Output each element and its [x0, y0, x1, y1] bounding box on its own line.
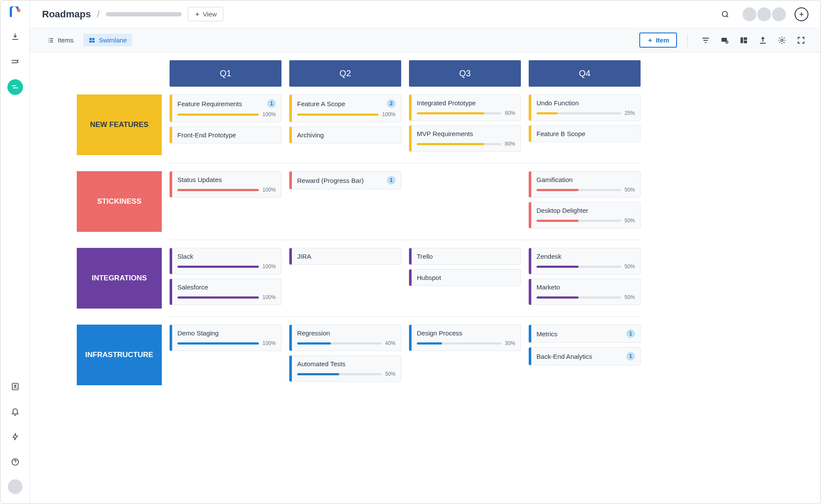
roadmap-card[interactable]: Reward (Progress Bar)1 — [289, 171, 401, 189]
link-settings-icon[interactable] — [717, 33, 732, 48]
fullscreen-icon[interactable] — [794, 33, 808, 48]
roadmap-card[interactable]: Feature A Scope2100% — [289, 94, 401, 122]
help-icon[interactable] — [7, 454, 23, 470]
tab-items[interactable]: Items — [42, 34, 79, 46]
automations-icon[interactable] — [7, 429, 23, 445]
svg-rect-6 — [92, 38, 94, 40]
card-title: Undo Function — [536, 99, 579, 107]
card-badge: 1 — [626, 352, 635, 361]
swimlane-cell: JIRA — [289, 248, 401, 265]
card-title: MVP Requirements — [417, 130, 473, 137]
card-title: Back-End Analytics — [536, 353, 592, 360]
progress-bar — [536, 220, 621, 222]
roadmap-card[interactable]: Back-End Analytics1 — [529, 347, 641, 365]
add-member-button[interactable] — [795, 7, 808, 21]
progress-percent: 40% — [385, 340, 396, 346]
svg-rect-5 — [89, 38, 92, 40]
card-title: Zendesk — [536, 253, 562, 260]
roadmap-card[interactable]: Regression40% — [289, 325, 401, 351]
swimlane-board: Q1Q2Q3Q4NEW FEATURESFeature Requirements… — [30, 52, 821, 504]
roadmap-card[interactable]: Integrated Prototype80% — [409, 94, 521, 121]
progress-bar — [177, 189, 259, 191]
progress-bar — [177, 296, 259, 299]
card-title: Feature B Scope — [536, 130, 585, 137]
import-icon[interactable] — [7, 29, 23, 45]
roadmap-name-placeholder[interactable] — [106, 12, 182, 16]
progress-bar — [536, 189, 621, 191]
card-title: Feature A Scope — [297, 100, 345, 107]
progress-bar — [177, 342, 259, 345]
roadmap-card[interactable]: Trello — [409, 248, 521, 265]
user-avatar[interactable] — [8, 479, 23, 494]
roadmap-card[interactable]: Desktop Delighter50% — [529, 202, 641, 228]
roadmap-card[interactable]: Feature Requirements1100% — [170, 94, 281, 122]
progress-percent: 100% — [262, 263, 276, 270]
roadmap-card[interactable]: Design Process30% — [409, 325, 521, 351]
swimlane-cell: Zendesk50%Marketo50% — [529, 248, 641, 305]
roadmap-card[interactable]: Metrics1 — [529, 325, 641, 343]
filter-icon[interactable] — [698, 33, 713, 48]
add-view-button[interactable]: View — [188, 7, 223, 21]
card-title: Status Updates — [177, 176, 222, 183]
svg-rect-13 — [744, 40, 747, 43]
roadmap-card[interactable]: Demo Staging100% — [170, 325, 281, 351]
card-title: Slack — [177, 253, 193, 260]
tab-swimlane-label: Swimlane — [99, 36, 127, 44]
progress-percent: 25% — [625, 110, 635, 116]
roadmap-card[interactable]: Salesforce100% — [170, 279, 281, 305]
contacts-icon[interactable] — [7, 379, 23, 394]
svg-rect-8 — [92, 40, 94, 42]
lane-label-newfeatures: NEW FEATURES — [77, 94, 162, 155]
roadmap-card[interactable]: Archiving — [289, 127, 401, 143]
notifications-icon[interactable] — [7, 404, 23, 419]
tab-swimlane[interactable]: Swimlane — [83, 34, 132, 46]
card-title: Marketo — [536, 283, 560, 291]
left-rail — [0, 0, 30, 504]
roadmap-card[interactable]: Hubspot — [409, 269, 521, 286]
card-title: Trello — [417, 253, 433, 260]
roadmap-card[interactable]: Marketo50% — [529, 279, 641, 305]
roadmap-card[interactable]: Gamification50% — [529, 171, 641, 198]
presence-avatar[interactable] — [742, 7, 756, 21]
roadmap-card[interactable]: Automated Tests50% — [289, 355, 401, 382]
swimlane-cell: Reward (Progress Bar)1 — [289, 171, 401, 189]
presence-avatar[interactable] — [757, 7, 771, 21]
progress-percent: 50% — [625, 294, 635, 300]
swimlane-cell: Slack100%Salesforce100% — [170, 248, 281, 305]
card-title: Automated Tests — [297, 360, 345, 367]
roadmap-card[interactable]: Status Updates100% — [170, 171, 281, 198]
settings-icon[interactable] — [775, 33, 789, 48]
progress-percent: 100% — [382, 111, 396, 117]
swimlane-cell: Demo Staging100% — [170, 325, 281, 351]
roadmap-card[interactable]: Slack100% — [170, 248, 281, 274]
roadmap-card[interactable]: Feature B Scope — [529, 125, 641, 142]
add-item-button[interactable]: Item — [639, 33, 677, 48]
roadmap-card[interactable]: Undo Function25% — [529, 94, 641, 121]
presence-avatar[interactable] — [772, 7, 786, 21]
page-title: Roadmaps — [42, 9, 91, 20]
card-title: Integrated Prototype — [417, 99, 476, 107]
card-title: Gamification — [536, 176, 572, 183]
roadmap-card[interactable]: JIRA — [289, 248, 401, 265]
breadcrumb-separator: / — [97, 9, 99, 20]
roadmap-card[interactable]: MVP Requirements80% — [409, 125, 521, 152]
progress-bar — [536, 266, 621, 268]
progress-bar — [536, 112, 621, 114]
topbar: Roadmaps / View — [30, 0, 821, 28]
progress-bar — [417, 342, 501, 345]
toolbar: Items Swimlane Item — [30, 28, 821, 52]
card-title: Metrics — [536, 330, 557, 338]
roadmap-icon[interactable] — [7, 79, 23, 95]
roadmap-card[interactable]: Front-End Prototype — [170, 127, 281, 143]
search-icon[interactable] — [717, 7, 733, 22]
progress-bar — [417, 143, 501, 145]
progress-percent: 100% — [262, 340, 276, 346]
svg-point-2 — [14, 385, 16, 387]
roadmap-card[interactable]: Zendesk50% — [529, 248, 641, 274]
export-icon[interactable] — [756, 33, 770, 48]
add-view-label: View — [203, 10, 217, 18]
swimlane-cell: Feature Requirements1100%Front-End Proto… — [170, 94, 281, 143]
layout-icon[interactable] — [736, 33, 751, 48]
progress-percent: 50% — [625, 218, 635, 224]
list-icon[interactable] — [7, 54, 23, 70]
